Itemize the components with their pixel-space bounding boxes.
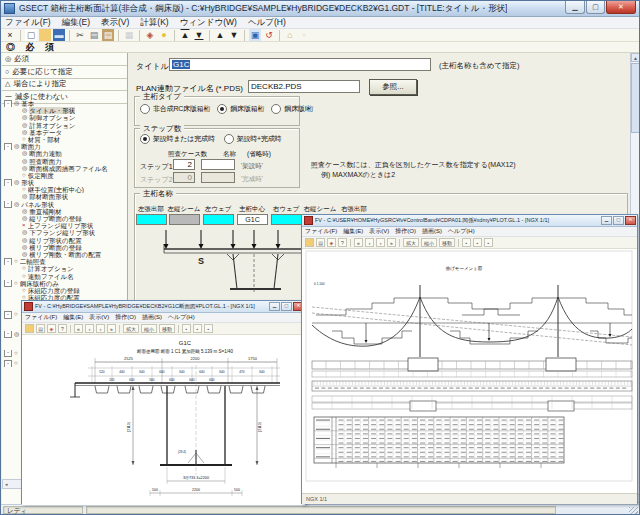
girder-name-field[interactable] [203, 214, 234, 225]
mode1-icon[interactable]: ▪ [182, 324, 191, 333]
fv-minimize-button[interactable]: ▁ [269, 302, 280, 311]
menu-item[interactable]: 計算(K) [140, 17, 168, 29]
mode2-icon[interactable]: ▪ [473, 238, 482, 247]
tree-item[interactable]: ◎下フランジ縦リブ形状 [2, 229, 128, 236]
fv-section-window[interactable]: FV - C:¥HyBRIDGE¥SAMPLE¥HyBRIDGE¥DECKB2¥… [21, 300, 306, 504]
last-page-icon[interactable]: » [387, 238, 396, 247]
tree-item[interactable]: ◎部材断面形状 [2, 193, 128, 200]
move-down-icon[interactable]: ▼ [228, 29, 240, 41]
tree-item[interactable]: ◎縦リブ形状の配置 [2, 237, 128, 244]
tree-item[interactable]: -◎パネル形状 [2, 201, 128, 208]
step1-case-input[interactable]: 2 [173, 159, 195, 170]
resize-grip[interactable] [629, 507, 638, 515]
girder-name-field[interactable] [136, 214, 167, 225]
open-folder-icon[interactable] [39, 29, 51, 41]
prev-page-icon[interactable]: ‹ [365, 238, 374, 247]
menu-item[interactable]: 編集(E) [63, 313, 83, 322]
zoom-in-button[interactable]: 拡大 [403, 238, 419, 247]
menu-item[interactable]: ファイル(F) [5, 17, 51, 29]
fv-left-titlebar[interactable]: FV - C:¥HyBRIDGE¥SAMPLE¥HyBRIDGE¥DECKB2¥… [22, 301, 305, 313]
tree-item[interactable]: ×上フランジ縦リブ形状 [2, 222, 128, 229]
menu-item[interactable]: 表示(V) [89, 313, 109, 322]
step-count-radio[interactable]: 架設時または完成時 [140, 134, 215, 144]
new-file-icon[interactable]: ▢ [25, 29, 37, 41]
open-folder-icon[interactable] [305, 238, 314, 247]
first-page-icon[interactable]: « [74, 324, 83, 333]
tree-item[interactable]: ◎照査断面力 [2, 158, 128, 165]
undo-icon[interactable]: ↺ [263, 29, 275, 41]
zoom-in-button[interactable]: 拡大 [123, 324, 139, 333]
tree-item[interactable]: ◎横リブ剛数・断面の配置 [2, 251, 128, 258]
mode2-icon[interactable]: ▪ [193, 324, 202, 333]
menu-item[interactable]: ファイル(F) [25, 313, 57, 322]
plan-file-input[interactable]: DECKB2.PDS [248, 80, 360, 93]
step-count-radio[interactable]: 架設時+完成時 [224, 134, 282, 144]
maximize-button[interactable]: ▢ [586, 1, 605, 14]
tree-item[interactable]: ◎垂直補剛材 [2, 208, 128, 215]
open-folder-icon[interactable] [25, 324, 34, 333]
menu-item[interactable]: ヘルプ(H) [448, 227, 475, 236]
tree-item[interactable]: -○二軸照査 [2, 258, 128, 265]
fv-maximize-button[interactable]: ▢ [613, 216, 624, 225]
minimize-button[interactable]: ▁ [565, 1, 585, 14]
tree-item[interactable]: ◎計算オプション [2, 122, 128, 129]
mode3-icon[interactable]: ▪ [204, 324, 213, 333]
tree-item[interactable]: -○鋼床版桁のみ [2, 280, 128, 287]
print-icon[interactable]: ▤ [316, 238, 325, 247]
close-button[interactable]: ✕ [606, 1, 636, 14]
legend-row[interactable]: ○必要に応じて指定 [2, 66, 127, 79]
help-icon[interactable]: ? [338, 238, 347, 247]
mode1-icon[interactable]: ▪ [462, 238, 471, 247]
girder-type-radio[interactable]: 鋼床版Ⅰ桁 [271, 104, 313, 114]
title-input[interactable]: G1C [169, 58, 431, 71]
menu-item[interactable]: 描画(S) [422, 227, 442, 236]
home-icon[interactable]: ⌂ [284, 29, 296, 41]
next-page-icon[interactable]: › [376, 238, 385, 247]
tree-item[interactable]: ◎縦リブ断面の登録 [2, 215, 128, 222]
scroll-thumb[interactable] [631, 63, 640, 133]
fv-right-titlebar[interactable]: FV - C:¥USER¥HOME¥HyGSRC¥fv¥ControlBand¥… [302, 215, 637, 227]
tree-item[interactable]: ○仮定剛度 [2, 172, 128, 179]
tree-item[interactable]: ○床組応力度の登録 [2, 287, 128, 294]
menu-item[interactable]: 操作(O) [115, 313, 136, 322]
help-icon[interactable]: ? [58, 324, 67, 333]
save-icon[interactable]: ▬ [53, 29, 65, 41]
menu-item[interactable]: 編集(E) [62, 17, 90, 29]
girder-type-radio[interactable]: 非合成RC床版箱桁 [140, 104, 210, 114]
required-filter-label[interactable]: ◎ 必 須 [6, 41, 58, 54]
tree-item[interactable]: ◎制御オプション [2, 114, 128, 121]
pan-button[interactable]: 移動 [439, 238, 455, 247]
menu-item[interactable]: 操作(O) [395, 227, 416, 236]
eraser-icon[interactable]: ◈ [327, 238, 336, 247]
tree-item[interactable]: ○連動ファイル名 [2, 273, 128, 280]
girder-type-radio[interactable]: 鋼床版箱桁 [217, 104, 264, 114]
tree-item[interactable]: ◎基本データ [2, 129, 128, 136]
last-page-icon[interactable]: » [107, 324, 116, 333]
tree-item[interactable]: ○計算オプション [2, 265, 128, 272]
to-top-icon[interactable]: ▲ [179, 29, 191, 41]
girder-name-field[interactable] [169, 214, 200, 225]
hint-icon[interactable]: ● [158, 29, 170, 41]
menu-item[interactable]: ウィンドウ(W) [180, 17, 237, 29]
legend-row[interactable]: △場合により指定 [2, 79, 127, 92]
tree-item[interactable]: ◎断面構成図描画ファイル名 [2, 165, 128, 172]
print-icon[interactable]: ▤ [36, 324, 45, 333]
menu-item[interactable]: 描画(S) [142, 313, 162, 322]
fv-minimize-button[interactable]: ▁ [601, 216, 612, 225]
zoom-out-button[interactable]: 縮小 [141, 324, 157, 333]
tree-item[interactable]: ◎断面力連動 [2, 150, 128, 157]
legend-row[interactable]: ◎必須 [2, 53, 127, 66]
tree-item[interactable]: -◎基本 [2, 100, 128, 107]
menu-item[interactable]: ヘルプ(H) [248, 17, 286, 29]
cut-icon[interactable]: ✂ [74, 29, 86, 41]
next-page-icon[interactable]: › [96, 324, 105, 333]
move-up-icon[interactable]: ▲ [214, 29, 226, 41]
tree-item[interactable]: ○継手位置(主桁中心) [2, 186, 128, 193]
tree-item[interactable]: -◎断面力 [2, 143, 128, 150]
menu-item[interactable]: 表示(V) [369, 227, 389, 236]
eraser-icon[interactable]: ◈ [144, 29, 156, 41]
zoom-out-button[interactable]: 縮小 [421, 238, 437, 247]
main-titlebar[interactable]: GSECT 箱桁主桁断面計算(非合成・鋼床版) - C:¥HyBRIDGE¥SA… [1, 1, 639, 17]
menu-item[interactable]: 表示(V) [101, 17, 129, 29]
first-page-icon[interactable]: « [354, 238, 363, 247]
